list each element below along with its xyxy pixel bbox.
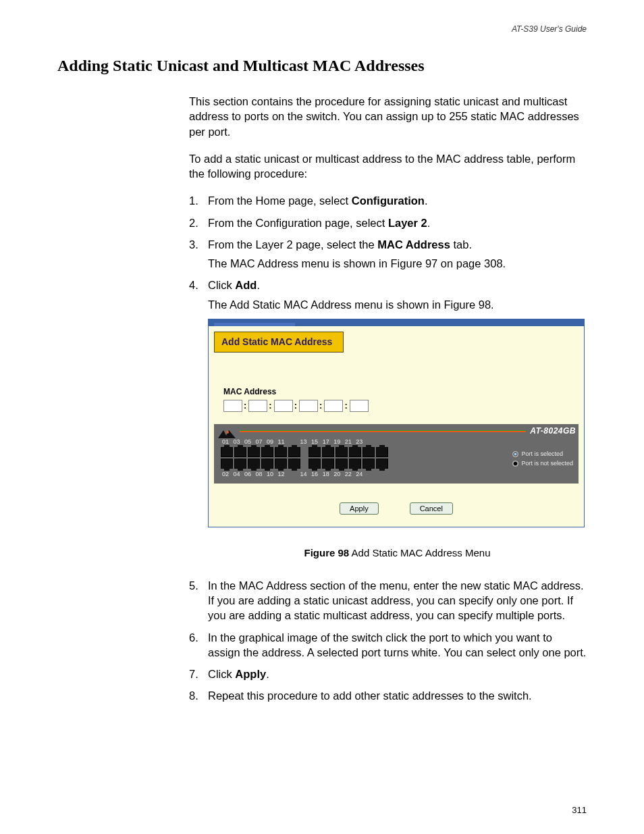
port-18[interactable] [336, 459, 348, 469]
legend-not-selected-icon [512, 461, 518, 467]
page-title: Adding Static Unicast and Multicast MAC … [57, 57, 587, 75]
apply-button[interactable]: Apply [340, 502, 379, 515]
port-17[interactable] [336, 447, 348, 457]
port-10[interactable] [275, 459, 287, 469]
mac-octet-2[interactable] [248, 400, 267, 412]
step-6: In the graphical image of the switch cli… [189, 630, 587, 660]
port-22[interactable] [363, 459, 375, 469]
port-06[interactable] [248, 459, 260, 469]
cancel-button[interactable]: Cancel [410, 502, 453, 515]
port-11[interactable] [288, 447, 300, 457]
step-5: In the MAC Address section of the menu, … [189, 578, 587, 623]
port-09[interactable] [275, 447, 287, 457]
page-number: 311 [572, 805, 587, 815]
add-static-mac-dialog: Add Static MAC Address MAC Address : : :… [208, 319, 585, 528]
legend-selected-icon [512, 451, 518, 457]
port-15[interactable] [322, 447, 334, 457]
svg-point-0 [226, 431, 229, 434]
intro-paragraph-1: This section contains the procedure for … [189, 94, 587, 139]
mac-octet-4[interactable] [299, 400, 318, 412]
port-24[interactable] [376, 459, 388, 469]
port-21[interactable] [363, 447, 375, 457]
port-14[interactable] [308, 459, 321, 469]
figure-98: Add Static MAC Address MAC Address : : :… [208, 319, 587, 528]
dialog-heading: Add Static MAC Address [214, 332, 344, 353]
intro-paragraph-2: To add a static unicast or multicast add… [189, 151, 587, 182]
port-19[interactable] [349, 447, 361, 457]
dialog-titlebar [209, 319, 584, 326]
figure-caption: Figure 98 Add Static MAC Address Menu [208, 546, 587, 560]
step-1: From the Home page, select Configuration… [189, 193, 587, 208]
port-20[interactable] [349, 459, 361, 469]
mac-octet-1[interactable] [223, 400, 242, 412]
port-01[interactable] [221, 447, 233, 457]
step-2: From the Configuration page, select Laye… [189, 215, 587, 230]
port-02[interactable] [221, 459, 233, 469]
switch-model: AT-8024GB [530, 425, 576, 436]
port-03[interactable] [234, 447, 246, 457]
port-16[interactable] [322, 459, 334, 469]
step-3: From the Layer 2 page, select the MAC Ad… [189, 237, 587, 271]
bottom-port-numbers: 020406081012141618202224 [221, 470, 388, 478]
mac-address-label: MAC Address [223, 386, 579, 397]
mac-octet-5[interactable] [324, 400, 343, 412]
port-04[interactable] [234, 459, 246, 469]
switch-port-diagram: AT-8024GB 010305070911131517192123 [214, 424, 579, 484]
port-13[interactable] [308, 447, 321, 457]
mac-octet-3[interactable] [274, 400, 293, 412]
vendor-logo-icon [218, 427, 236, 435]
mac-octet-6[interactable] [350, 400, 369, 412]
mac-address-inputs: : : : : : [223, 400, 579, 412]
port-08[interactable] [261, 459, 273, 469]
running-header: AT-S39 User's Guide [512, 24, 587, 34]
port-05[interactable] [248, 447, 260, 457]
port-07[interactable] [261, 447, 273, 457]
step-3-note: The MAC Address menu is shown in Figure … [208, 256, 587, 271]
port-12[interactable] [288, 459, 300, 469]
step-8: Repeat this procedure to add other stati… [189, 688, 587, 703]
step-7: Click Apply. [189, 667, 587, 681]
port-23[interactable] [376, 447, 388, 457]
top-port-numbers: 010305070911131517192123 [221, 438, 388, 446]
step-4: Click Add. The Add Static MAC Address me… [189, 278, 587, 560]
step-4-note: The Add Static MAC Address menu is shown… [208, 297, 587, 312]
port-legend: Port is selected Port is not selected [512, 438, 573, 469]
